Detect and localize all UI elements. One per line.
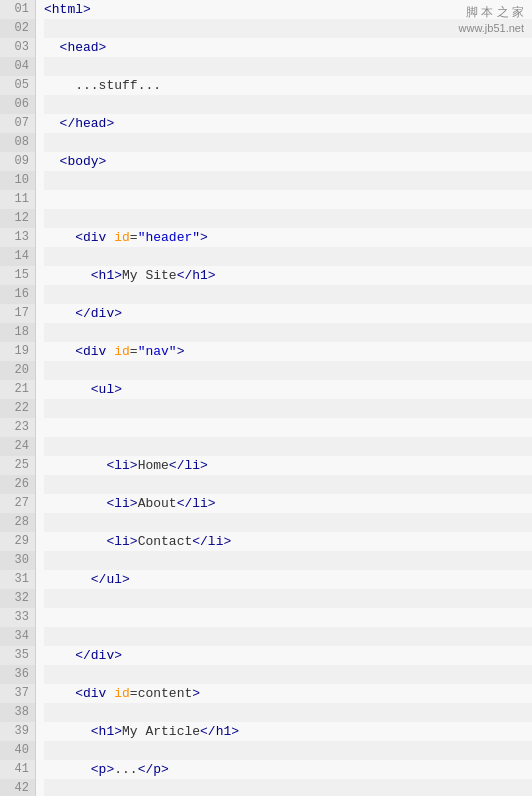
line-number: 22 (0, 399, 35, 418)
line-number: 25 (0, 456, 35, 475)
line-number: 30 (0, 551, 35, 570)
code-line (44, 190, 532, 209)
line-number: 04 (0, 57, 35, 76)
code-line: </head> (44, 114, 532, 133)
line-number: 11 (0, 190, 35, 209)
code-line (44, 741, 532, 760)
code-line: <head> (44, 38, 532, 57)
code-line (44, 551, 532, 570)
code-line (44, 665, 532, 684)
code-line (44, 475, 532, 494)
code-line: <body> (44, 152, 532, 171)
line-number: 24 (0, 437, 35, 456)
code-line: <h1>My Site</h1> (44, 266, 532, 285)
code-line (44, 95, 532, 114)
code-line (44, 209, 532, 228)
line-number: 39 (0, 722, 35, 741)
code-line: <li>Contact</li> (44, 532, 532, 551)
code-line (44, 133, 532, 152)
code-line (44, 589, 532, 608)
code-line: <ul> (44, 380, 532, 399)
line-number: 08 (0, 133, 35, 152)
code-line (44, 513, 532, 532)
line-number: 40 (0, 741, 35, 760)
code-line: <div id="header"> (44, 228, 532, 247)
line-number: 32 (0, 589, 35, 608)
line-number: 02 (0, 19, 35, 38)
line-number: 26 (0, 475, 35, 494)
line-number: 19 (0, 342, 35, 361)
code-line: <div id=content> (44, 684, 532, 703)
line-number: 12 (0, 209, 35, 228)
line-number: 05 (0, 76, 35, 95)
code-line (44, 247, 532, 266)
code-line (44, 608, 532, 627)
line-number: 17 (0, 304, 35, 323)
line-number: 18 (0, 323, 35, 342)
line-number: 38 (0, 703, 35, 722)
line-number: 10 (0, 171, 35, 190)
line-number: 37 (0, 684, 35, 703)
code-line (44, 627, 532, 646)
code-line (44, 703, 532, 722)
watermark: 脚 本 之 家 www.jb51.net (459, 4, 524, 36)
watermark-line1: 脚 本 之 家 (459, 4, 524, 21)
code-line: <li>Home</li> (44, 456, 532, 475)
code-line: </ul> (44, 570, 532, 589)
line-number: 07 (0, 114, 35, 133)
line-number: 15 (0, 266, 35, 285)
line-number: 36 (0, 665, 35, 684)
code-line: <div id="nav"> (44, 342, 532, 361)
line-number: 14 (0, 247, 35, 266)
code-line (44, 171, 532, 190)
line-number: 35 (0, 646, 35, 665)
code-line (44, 361, 532, 380)
line-number: 01 (0, 0, 35, 19)
line-number: 20 (0, 361, 35, 380)
line-number: 03 (0, 38, 35, 57)
line-numbers: 0102030405060708091011121314151617181920… (0, 0, 36, 796)
line-number: 23 (0, 418, 35, 437)
line-number: 29 (0, 532, 35, 551)
code-line: <p>...</p> (44, 760, 532, 779)
code-line (44, 779, 532, 796)
line-number: 27 (0, 494, 35, 513)
line-number: 28 (0, 513, 35, 532)
line-number: 41 (0, 760, 35, 779)
code-line (44, 399, 532, 418)
line-number: 33 (0, 608, 35, 627)
code-line: ...stuff... (44, 76, 532, 95)
code-line: <h1>My Article</h1> (44, 722, 532, 741)
line-number: 13 (0, 228, 35, 247)
code-line (44, 418, 532, 437)
code-line: </div> (44, 304, 532, 323)
code-line (44, 437, 532, 456)
line-number: 21 (0, 380, 35, 399)
code-content: <html> <head> ...stuff... </head> <body>… (36, 0, 532, 796)
code-line (44, 57, 532, 76)
line-number: 16 (0, 285, 35, 304)
line-number: 09 (0, 152, 35, 171)
code-line (44, 285, 532, 304)
line-number: 31 (0, 570, 35, 589)
line-number: 34 (0, 627, 35, 646)
code-line (44, 323, 532, 342)
code-line: </div> (44, 646, 532, 665)
code-line: <li>About</li> (44, 494, 532, 513)
line-number: 06 (0, 95, 35, 114)
code-editor: 脚 本 之 家 www.jb51.net 0102030405060708091… (0, 0, 532, 796)
watermark-line2: www.jb51.net (459, 21, 524, 36)
line-number: 42 (0, 779, 35, 796)
